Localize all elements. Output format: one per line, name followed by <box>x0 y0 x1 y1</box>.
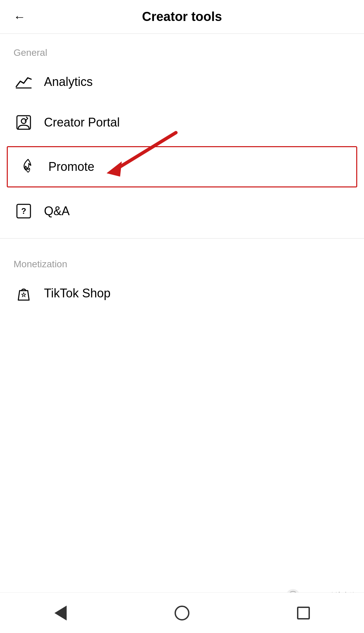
qa-menu-item[interactable]: ? Q&A <box>0 191 364 231</box>
promote-wrapper: Promote <box>0 146 364 187</box>
monetization-section-label: Monetization <box>0 245 364 273</box>
page-title: Creator tools <box>142 9 222 24</box>
promote-menu-item[interactable]: Promote <box>8 147 356 186</box>
analytics-menu-item[interactable]: Analytics <box>0 62 364 102</box>
nav-home-button[interactable] <box>168 600 196 627</box>
nav-recent-button[interactable] <box>290 600 317 627</box>
creator-portal-icon <box>14 112 34 133</box>
qa-icon: ? <box>14 201 34 221</box>
shop-icon <box>14 283 34 303</box>
bottom-nav <box>0 592 364 633</box>
general-section-label: General <box>0 34 364 62</box>
section-divider <box>0 238 364 239</box>
promote-label: Promote <box>48 160 94 174</box>
promote-highlight-box: Promote <box>7 146 357 187</box>
analytics-label: Analytics <box>44 75 93 89</box>
nav-back-button[interactable] <box>47 600 74 627</box>
qa-label: Q&A <box>44 204 70 218</box>
back-triangle-icon <box>54 606 67 620</box>
svg-text:?: ? <box>21 206 26 216</box>
tiktok-shop-menu-item[interactable]: TikTok Shop <box>0 273 364 314</box>
creator-portal-menu-item[interactable]: Creator Portal <box>0 102 364 143</box>
tiktok-shop-label: TikTok Shop <box>44 286 111 300</box>
home-circle-icon <box>175 606 189 620</box>
creator-portal-label: Creator Portal <box>44 115 120 130</box>
promote-icon <box>18 157 38 177</box>
header: ← Creator tools <box>0 0 364 34</box>
svg-marker-7 <box>22 293 26 297</box>
recent-square-icon <box>297 607 310 619</box>
back-button[interactable]: ← <box>14 11 26 23</box>
analytics-icon <box>14 72 34 92</box>
